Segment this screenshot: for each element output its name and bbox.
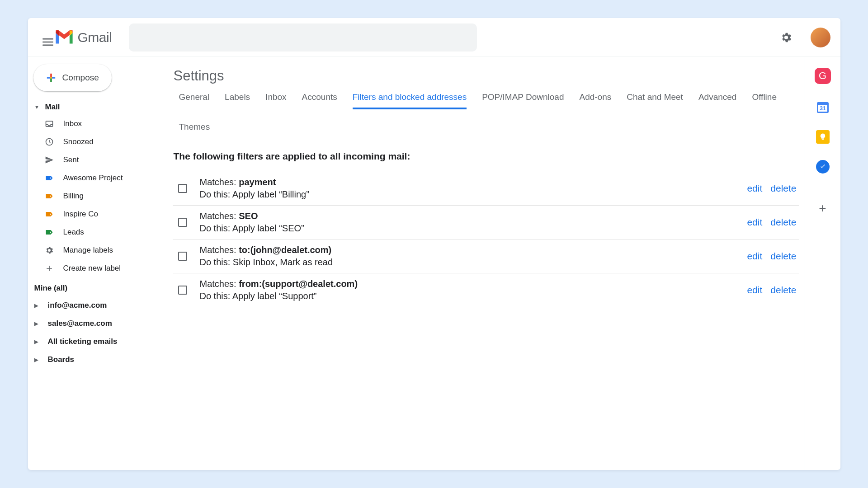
delete-link[interactable]: delete	[770, 251, 796, 262]
edit-link[interactable]: edit	[747, 217, 762, 228]
svg-point-11	[50, 214, 51, 215]
label-green-icon	[44, 227, 54, 237]
tab-add-ons[interactable]: Add-ons	[579, 92, 611, 109]
header: Gmail	[28, 18, 840, 57]
compose-button[interactable]: Compose	[33, 64, 112, 91]
filter-text: Matches: from:(support@dealet.com)Do thi…	[200, 278, 747, 302]
search-input[interactable]	[129, 23, 477, 52]
caret-right-icon: ▶	[34, 357, 42, 363]
gmail-logo-text: Gmail	[78, 30, 112, 45]
main-content: Settings GeneralLabelsInboxAccountsFilte…	[173, 57, 805, 470]
sidebar-item-leads[interactable]: Leads	[28, 223, 173, 241]
app-frame: Gmail Compose ▼ Mail InboxSno	[28, 18, 840, 470]
sidebar-item-inbox[interactable]: Inbox	[28, 115, 173, 133]
filter-text: Matches: SEODo this: Apply label “SEO”	[200, 210, 747, 235]
matches-prefix: Matches:	[200, 211, 239, 221]
filter-actions: editdelete	[747, 183, 796, 194]
svg-rect-1	[42, 41, 53, 42]
sidebar-item-awesome-project[interactable]: Awesome Project	[28, 169, 173, 187]
gmail-logo[interactable]: Gmail	[54, 30, 112, 45]
account-avatar[interactable]	[811, 28, 830, 47]
matches-prefix: Matches:	[200, 245, 239, 255]
settings-tabs: GeneralLabelsInboxAccountsFilters and bl…	[173, 92, 799, 137]
tab-filters-and-blocked-addresses[interactable]: Filters and blocked addresses	[353, 92, 467, 109]
sidebar-item-label: Create new label	[63, 264, 121, 273]
caret-right-icon: ▶	[34, 303, 42, 309]
tab-chat-and-meet[interactable]: Chat and Meet	[627, 92, 683, 109]
edit-link[interactable]: edit	[747, 251, 762, 262]
tab-offline[interactable]: Offline	[752, 92, 777, 109]
filter-row: Matches: from:(support@dealet.com)Do thi…	[173, 273, 799, 307]
sidebar-item-label: Leads	[63, 228, 84, 237]
filter-checkbox[interactable]	[178, 286, 187, 295]
svg-rect-6	[50, 79, 52, 82]
mine-item-boards[interactable]: ▶Boards	[28, 351, 173, 369]
matches-value: payment	[239, 177, 276, 187]
caret-down-icon: ▼	[34, 104, 42, 110]
keep-icon[interactable]	[816, 130, 830, 144]
svg-point-10	[50, 196, 51, 197]
matches-prefix: Matches:	[200, 177, 239, 187]
tab-general[interactable]: General	[179, 92, 210, 109]
dothis-prefix: Do this:	[200, 189, 232, 199]
dothis-prefix: Do this:	[200, 223, 232, 233]
caret-right-icon: ▶	[34, 321, 42, 327]
filter-text: Matches: to:(john@dealet.com)Do this: Sk…	[200, 244, 747, 268]
matches-value: to:(john@dealet.com)	[239, 245, 331, 255]
calendar-icon[interactable]: 31	[816, 100, 830, 114]
delete-link[interactable]: delete	[770, 183, 796, 194]
tab-inbox[interactable]: Inbox	[265, 92, 286, 109]
tab-themes[interactable]: Themes	[179, 122, 210, 137]
mine-item-info-acme-com[interactable]: ▶info@acme.com	[28, 296, 173, 314]
label-orange-icon	[44, 209, 54, 219]
sidebar-item-sent[interactable]: Sent	[28, 151, 173, 169]
mine-item-label: Boards	[48, 355, 75, 364]
side-panel: G 31 +	[805, 57, 840, 470]
plus-icon	[46, 73, 56, 83]
svg-point-12	[50, 232, 51, 233]
plus-icon	[44, 263, 54, 273]
sidebar-item-label: Billing	[63, 192, 84, 201]
tab-labels[interactable]: Labels	[225, 92, 250, 109]
sidebar-section-mail[interactable]: ▼ Mail	[28, 99, 173, 115]
filter-checkbox[interactable]	[178, 252, 187, 261]
menu-icon[interactable]	[38, 32, 49, 43]
filter-actions: editdelete	[747, 285, 796, 296]
sidebar-item-create-new-label[interactable]: Create new label	[28, 259, 173, 277]
delete-link[interactable]: delete	[770, 217, 796, 228]
sidebar-item-manage-labels[interactable]: Manage labels	[28, 241, 173, 259]
sidebar-item-inspire-co[interactable]: Inspire Co	[28, 205, 173, 223]
action-value: Apply label “Billing”	[232, 189, 309, 199]
action-value: Skip Inbox, Mark as read	[233, 257, 333, 267]
addon-icon-1[interactable]: G	[815, 68, 831, 84]
tab-accounts[interactable]: Accounts	[302, 92, 337, 109]
settings-gear-icon[interactable]	[780, 31, 793, 44]
filter-row: Matches: SEODo this: Apply label “SEO”ed…	[173, 206, 799, 239]
get-addons-icon[interactable]: +	[816, 202, 830, 215]
caret-right-icon: ▶	[34, 339, 42, 345]
edit-link[interactable]: edit	[747, 285, 762, 296]
tab-pop-imap-download[interactable]: POP/IMAP Download	[482, 92, 564, 109]
svg-text:31: 31	[820, 105, 826, 112]
body: Compose ▼ Mail InboxSnoozedSentAwesome P…	[28, 57, 840, 470]
sidebar-item-snoozed[interactable]: Snoozed	[28, 133, 173, 151]
tab-advanced[interactable]: Advanced	[698, 92, 737, 109]
sidebar-item-label: Manage labels	[63, 246, 113, 255]
mine-item-sales-acme-com[interactable]: ▶sales@acme.com	[28, 314, 173, 333]
delete-link[interactable]: delete	[770, 285, 796, 296]
tasks-icon[interactable]	[816, 160, 830, 174]
sidebar-item-label: Inspire Co	[63, 210, 98, 219]
gear-icon	[44, 245, 54, 255]
mine-item-all-ticketing-emails[interactable]: ▶All ticketing emails	[28, 333, 173, 351]
inbox-icon	[44, 119, 54, 129]
sidebar-item-billing[interactable]: Billing	[28, 187, 173, 205]
filter-checkbox[interactable]	[178, 218, 187, 227]
label-orange-icon	[44, 191, 54, 201]
filter-checkbox[interactable]	[178, 184, 187, 193]
mail-section-label: Mail	[45, 103, 60, 112]
edit-link[interactable]: edit	[747, 183, 762, 194]
sidebar: Compose ▼ Mail InboxSnoozedSentAwesome P…	[28, 57, 173, 470]
filter-actions: editdelete	[747, 251, 796, 262]
send-icon	[44, 155, 54, 165]
action-value: Apply label “Support”	[232, 291, 317, 301]
